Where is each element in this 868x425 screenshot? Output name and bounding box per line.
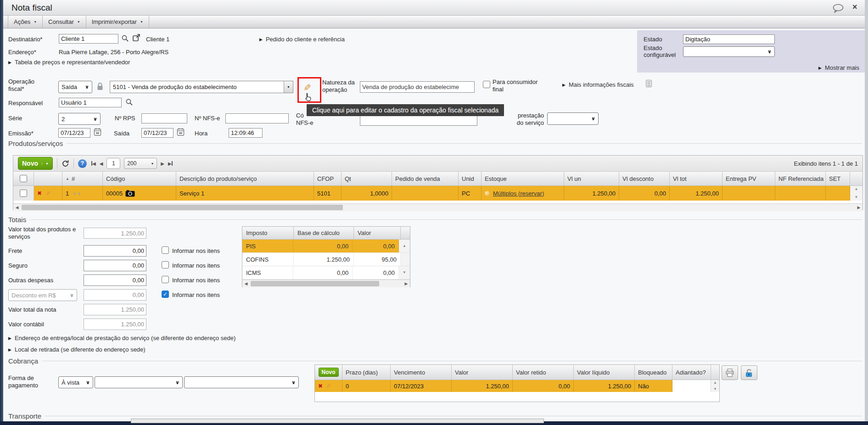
col-set[interactable]: SET [826, 172, 850, 185]
col-base-calculo[interactable]: Base de cálculo [294, 227, 354, 239]
help-icon[interactable]: ? [78, 159, 87, 168]
impostos-hscrollbar[interactable]: ◀ ▶ [242, 280, 410, 287]
imposto-row-icms[interactable]: ICMS 0,00 0,00 ▼ [242, 266, 410, 280]
col-vl-un[interactable]: Vl un [564, 172, 619, 185]
scroll-up-icon[interactable]: ▲ [713, 381, 717, 385]
hscroll-thumb[interactable] [22, 205, 343, 210]
estado-input[interactable] [683, 34, 775, 44]
col-codigo[interactable]: Código [103, 172, 176, 185]
hscroll-thumb[interactable] [251, 281, 379, 286]
col-bloqueado[interactable]: Bloqueado [635, 365, 672, 380]
produtos-row[interactable]: 1∧∨ 00005 Serviço 1 5101 1,0000 PC Múlti… [13, 186, 862, 201]
col-num[interactable]: # [62, 172, 103, 185]
condicao-pagamento-select[interactable]: ∨ [95, 376, 183, 388]
col-valor-liquido[interactable]: Valor líquido [574, 365, 635, 380]
col-prazo[interactable]: Prazo (dias) [342, 365, 391, 380]
calendar-icon[interactable] [177, 128, 185, 136]
chat-bubble-icon[interactable] [832, 4, 844, 13]
open-record-icon[interactable] [132, 34, 141, 42]
col-estoque[interactable]: Estoque [482, 172, 564, 185]
outras-despesas-input[interactable] [84, 274, 146, 286]
col-valor[interactable]: Valor [452, 365, 513, 380]
camera-icon[interactable] [125, 190, 135, 197]
reorder-icons[interactable]: ∧∨ [73, 191, 82, 196]
first-page-icon[interactable]: ◀ [91, 161, 96, 166]
lock-installments-button[interactable] [741, 365, 757, 380]
scroll-left-icon[interactable]: ◀ [13, 205, 21, 210]
scroll-up-icon[interactable]: ▲ [403, 244, 406, 248]
tabela-precos-link[interactable]: Tabela de preços e representante/vendedo… [8, 59, 130, 66]
col-descricao[interactable]: Descrição do produto/serviço [176, 172, 314, 185]
combo-caret-icon[interactable]: ▼ [284, 81, 293, 93]
col-vl-desconto[interactable]: Vl desconto [619, 172, 670, 185]
scroll-down-icon[interactable]: ▼ [713, 387, 717, 391]
row-checkbox[interactable] [20, 190, 27, 197]
last-page-icon[interactable]: ▶ [168, 161, 173, 166]
note-icon[interactable] [646, 80, 652, 87]
outras-informar-checkbox[interactable] [162, 276, 169, 283]
col-qt[interactable]: Qt [342, 172, 392, 185]
edit-row-icon[interactable] [45, 190, 50, 197]
delete-row-icon[interactable] [318, 383, 323, 389]
imposto-row-pis[interactable]: PIS 0,00 0,00 ▲ [242, 240, 410, 253]
rps-input[interactable] [141, 113, 187, 123]
hora-input[interactable] [229, 128, 263, 138]
endereco-entrega-link[interactable]: Endereço de entrega/local de prestação d… [8, 335, 235, 341]
scroll-down-icon[interactable]: ▼ [403, 271, 406, 274]
serie-select[interactable]: 2∨ [58, 113, 101, 125]
tipo-operacao-select[interactable]: Saída∨ [58, 81, 92, 93]
estoque-link[interactable]: Múltiplos (reservar) [493, 190, 544, 197]
cobranca-row[interactable]: 0 07/12/2023 1.250,00 0,00 1.250,00 Não … [315, 380, 719, 392]
prev-page-icon[interactable]: ◀ [100, 161, 103, 166]
natureza-operacao-input[interactable] [360, 81, 475, 93]
page-number[interactable]: 1 [106, 158, 120, 169]
codigo-nfse-input[interactable] [360, 115, 477, 126]
consumidor-final-checkbox[interactable] [483, 81, 490, 88]
scroll-up-icon[interactable]: ▲ [855, 187, 858, 191]
close-icon[interactable]: × [852, 2, 857, 12]
forma-pagamento-select[interactable]: À vista∨ [58, 376, 93, 388]
estado-configuravel-select[interactable]: ∨ [683, 46, 775, 57]
frete-input[interactable] [84, 245, 146, 257]
operacao-fiscal-combobox[interactable]: 5101 - Venda de produção do estabelecime… [110, 81, 293, 93]
search-icon[interactable] [125, 98, 133, 106]
col-pedido-venda[interactable]: Pedido de venda [392, 172, 459, 185]
menu-consultar[interactable]: Consultar [43, 16, 86, 28]
local-retirada-link[interactable]: Local de retirada (se diferente do ender… [8, 346, 146, 353]
select-all-checkbox[interactable] [20, 175, 27, 182]
col-adiantado[interactable]: Adiantado? [672, 365, 711, 380]
novo-button[interactable]: Novo [18, 157, 53, 170]
menu-imprimir-exportar[interactable]: Imprimir/exportar [86, 16, 149, 28]
responsavel-input[interactable] [59, 98, 122, 107]
delete-row-icon[interactable] [37, 190, 42, 196]
page-size-select[interactable]: 200 [124, 158, 157, 169]
edit-row-icon[interactable] [326, 383, 331, 390]
scroll-right-icon[interactable]: ▶ [855, 205, 862, 210]
menu-acoes[interactable]: Ações [8, 16, 43, 28]
nfse-input[interactable] [225, 113, 289, 123]
imposto-row-cofins[interactable]: COFINS 1.250,00 95,00 [242, 253, 410, 266]
frete-informar-checkbox[interactable] [162, 246, 169, 254]
refresh-icon[interactable] [62, 160, 69, 168]
emissao-date-input[interactable] [58, 128, 90, 138]
col-vencimento[interactable]: Vencimento [391, 365, 452, 380]
print-boleto-button[interactable] [722, 365, 738, 380]
seguro-informar-checkbox[interactable] [162, 261, 169, 268]
cobranca-novo-button[interactable]: Novo [319, 368, 339, 377]
produtos-hscrollbar[interactable]: ◀ ▶ [13, 203, 862, 211]
saida-date-input[interactable] [141, 128, 174, 138]
mais-informacoes-link[interactable]: Mais informações fiscais [562, 81, 634, 88]
mostrar-mais-link[interactable]: Mostrar mais [818, 64, 859, 71]
transporte-partial-field[interactable] [131, 419, 544, 423]
col-nf-referenciada[interactable]: NF Referenciada [775, 172, 826, 185]
scroll-left-icon[interactable]: ◀ [242, 281, 250, 286]
seguro-input[interactable] [84, 260, 146, 271]
edit-pencil-icon[interactable] [303, 82, 311, 93]
destinatario-input[interactable] [59, 34, 118, 44]
calendar-icon[interactable] [94, 128, 101, 136]
col-vl-tot[interactable]: Vl tot [670, 172, 722, 185]
col-valor[interactable]: Valor [354, 227, 401, 239]
col-imposto[interactable]: Imposto [242, 227, 294, 239]
prestacao-servico-select[interactable]: ∨ [547, 112, 599, 125]
scroll-down-icon[interactable]: ▼ [855, 196, 858, 199]
